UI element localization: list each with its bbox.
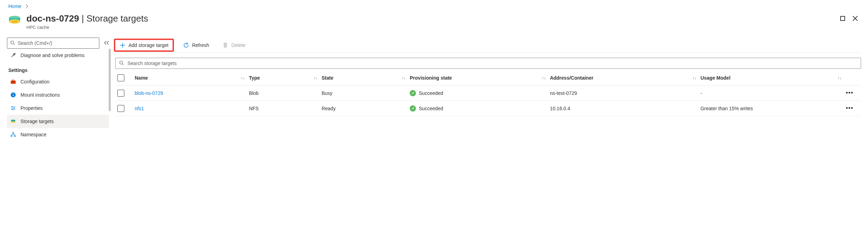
column-name[interactable]: Name↑↓ bbox=[133, 72, 247, 84]
svg-point-12 bbox=[11, 106, 12, 107]
svg-point-13 bbox=[14, 107, 15, 108]
info-icon bbox=[10, 92, 16, 98]
column-provisioning[interactable]: Provisioning state↑↓ bbox=[408, 72, 548, 84]
page-title: doc-ns-0729 | Storage targets bbox=[26, 13, 148, 24]
disk-stack-icon bbox=[10, 118, 16, 124]
sort-icon: ↑↓ bbox=[692, 76, 696, 80]
svg-rect-7 bbox=[12, 80, 14, 81]
sidebar-label: Configuration bbox=[20, 79, 49, 84]
breadcrumb: Home bbox=[7, 0, 861, 11]
sidebar-search[interactable] bbox=[7, 38, 99, 49]
sort-icon: ↑↓ bbox=[542, 76, 546, 80]
sidebar-item-storage-targets[interactable]: Storage targets bbox=[7, 115, 109, 128]
svg-rect-10 bbox=[13, 95, 14, 96]
hierarchy-icon bbox=[10, 131, 16, 138]
svg-point-5 bbox=[11, 41, 14, 44]
sidebar-heading-settings: Settings bbox=[7, 62, 109, 75]
close-button[interactable] bbox=[852, 15, 858, 22]
select-all-checkbox[interactable] bbox=[117, 74, 124, 81]
svg-point-16 bbox=[11, 121, 15, 123]
chevron-right-icon bbox=[24, 4, 28, 8]
column-address[interactable]: Address/Container↑↓ bbox=[548, 72, 699, 84]
svg-point-19 bbox=[14, 135, 16, 137]
maximize-button[interactable] bbox=[840, 15, 846, 22]
toolbar-label: Add storage target bbox=[128, 42, 168, 48]
filter-box[interactable] bbox=[115, 58, 861, 69]
row-context-menu[interactable]: ••• bbox=[844, 101, 861, 115]
sidebar-item-configuration[interactable]: Configuration bbox=[7, 75, 109, 88]
svg-point-18 bbox=[11, 135, 12, 137]
toolbox-icon bbox=[10, 79, 16, 85]
breadcrumb-home[interactable]: Home bbox=[8, 3, 21, 9]
svg-rect-8 bbox=[11, 82, 16, 82]
sort-icon: ↑↓ bbox=[838, 76, 842, 80]
cell-provisioning: Succeeded bbox=[408, 102, 548, 115]
storage-target-link[interactable]: blob-ns-0729 bbox=[135, 90, 163, 96]
table-row[interactable]: nfs1 NFS Ready Succeeded 10.16.0.4 Great… bbox=[115, 101, 861, 116]
sort-icon: ↑↓ bbox=[241, 76, 245, 80]
wrench-icon bbox=[10, 52, 16, 58]
svg-point-11 bbox=[13, 93, 14, 94]
table-header: Name↑↓ Type↑↓ State↑↓ Provisioning state… bbox=[115, 70, 861, 86]
collapse-sidebar-button[interactable] bbox=[104, 40, 109, 46]
sidebar-scrollbar[interactable] bbox=[109, 49, 111, 111]
svg-point-20 bbox=[120, 61, 123, 64]
cell-usage: Greater than 15% writes bbox=[698, 102, 844, 115]
column-usage[interactable]: Usage Model↑↓ bbox=[698, 72, 844, 84]
plus-icon bbox=[119, 42, 126, 48]
sidebar-item-properties[interactable]: Properties bbox=[7, 102, 109, 115]
row-checkbox[interactable] bbox=[117, 90, 124, 97]
cell-address: 10.16.0.4 bbox=[548, 102, 699, 115]
search-icon bbox=[119, 60, 124, 66]
sidebar-item-namespace[interactable]: Namespace bbox=[7, 128, 109, 141]
blade-name: Storage targets bbox=[86, 13, 148, 24]
sidebar-item-mount[interactable]: Mount instructions bbox=[7, 88, 109, 102]
hpc-cache-icon bbox=[8, 13, 22, 27]
table-row[interactable]: blob-ns-0729 Blob Busy Succeeded ns-test… bbox=[115, 86, 861, 101]
success-icon bbox=[410, 90, 416, 96]
cell-state: Busy bbox=[319, 87, 408, 99]
delete-button: Delete bbox=[218, 40, 249, 50]
sort-icon: ↑↓ bbox=[314, 76, 317, 80]
sidebar-label: Storage targets bbox=[20, 119, 54, 124]
column-type[interactable]: Type↑↓ bbox=[247, 72, 319, 84]
sidebar-search-input[interactable] bbox=[18, 40, 96, 46]
success-icon bbox=[410, 105, 416, 112]
row-checkbox[interactable] bbox=[117, 105, 124, 112]
resource-type: HPC cache bbox=[26, 25, 148, 30]
row-context-menu[interactable]: ••• bbox=[844, 86, 861, 100]
column-state[interactable]: State↑↓ bbox=[319, 72, 408, 84]
sidebar-item-diagnose[interactable]: Diagnose and solve problems bbox=[7, 49, 109, 62]
refresh-icon bbox=[183, 42, 189, 48]
storage-target-link[interactable]: nfs1 bbox=[135, 106, 144, 111]
sort-icon: ↑↓ bbox=[402, 76, 406, 80]
cell-type: Blob bbox=[247, 87, 319, 99]
sidebar-label: Properties bbox=[20, 105, 43, 111]
cell-provisioning: Succeeded bbox=[408, 87, 548, 100]
sidebar-label: Mount instructions bbox=[20, 92, 60, 98]
svg-point-14 bbox=[12, 109, 13, 110]
filter-input[interactable] bbox=[127, 60, 857, 66]
toolbar: Add storage target Refresh Delete bbox=[115, 38, 861, 53]
cell-state: Ready bbox=[319, 102, 408, 115]
svg-point-3 bbox=[11, 21, 18, 23]
sliders-icon bbox=[10, 105, 16, 111]
add-storage-target-button[interactable]: Add storage target bbox=[114, 39, 174, 52]
search-icon bbox=[10, 40, 15, 46]
svg-point-17 bbox=[12, 132, 14, 133]
svg-rect-4 bbox=[841, 16, 845, 21]
cell-usage: - bbox=[698, 87, 844, 99]
storage-targets-table: Name↑↓ Type↑↓ State↑↓ Provisioning state… bbox=[115, 70, 861, 116]
refresh-button[interactable]: Refresh bbox=[179, 40, 213, 50]
resource-name: doc-ns-0729 bbox=[26, 13, 79, 24]
toolbar-label: Refresh bbox=[192, 42, 209, 48]
cell-address: ns-test-0729 bbox=[548, 87, 699, 99]
sidebar-label: Namespace bbox=[20, 132, 47, 137]
sidebar-label: Diagnose and solve problems bbox=[20, 52, 84, 58]
cell-type: NFS bbox=[247, 102, 319, 115]
toolbar-label: Delete bbox=[231, 42, 245, 48]
trash-icon bbox=[222, 42, 228, 48]
